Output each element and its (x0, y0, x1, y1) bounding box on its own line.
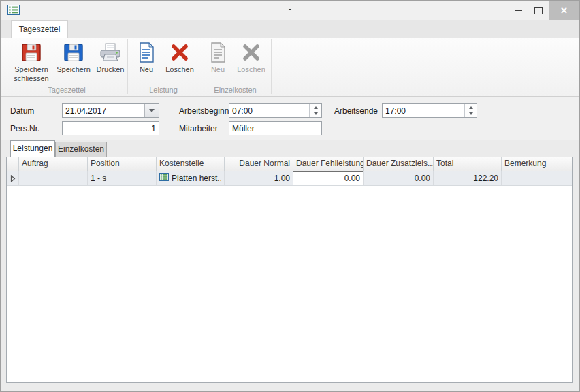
ribbon: Speichern schliessen Speichern (1, 38, 579, 97)
cell-kostenstelle-text: Platten herst... (172, 172, 221, 185)
arbeitsende-label: Arbeitsende (334, 106, 378, 116)
button-label: Löschen (237, 65, 265, 74)
new-document-icon (135, 42, 157, 63)
spin-down-button[interactable] (465, 111, 477, 118)
maximize-icon (534, 7, 543, 14)
arrow-down-icon (469, 112, 473, 115)
button-label: Speichern schliessen (9, 65, 54, 83)
arbeitsende-input[interactable] (383, 104, 464, 117)
new-document-icon-disabled (207, 42, 229, 63)
column-header-dauer-zusatzleistung[interactable]: Dauer Zusatzleis... (364, 157, 434, 171)
ribbon-tab-tageszettel[interactable]: Tageszettel (11, 20, 68, 39)
button-label: Neu (140, 65, 153, 74)
einzelkosten-loeschen-button: Löschen (233, 42, 269, 74)
cell-dauer-normal[interactable]: 1.00 (225, 172, 293, 185)
button-label: Drucken (97, 65, 125, 74)
button-label: Löschen (165, 65, 194, 74)
cell-dauer-fehlleistung[interactable]: 0.00 (293, 172, 364, 185)
ribbon-tabstrip: Tageszettel (1, 20, 579, 39)
drucken-button[interactable]: Drucken (93, 42, 127, 83)
mitarbeiter-label: Mitarbeiter (179, 124, 218, 133)
window-title: - (289, 3, 291, 14)
leistung-loeschen-button[interactable]: Löschen (162, 42, 197, 74)
cell-kostenstelle[interactable]: Platten herst... (157, 172, 225, 185)
cell-position[interactable]: 1 - s (88, 172, 157, 185)
leistungen-grid: Auftrag Position Kostenstelle Dauer Norm… (6, 157, 573, 383)
maximize-button[interactable] (528, 1, 549, 20)
chevron-down-icon (149, 109, 155, 112)
ribbon-group-einzelkosten: Neu Löschen Einzelkosten (199, 38, 271, 97)
leistung-neu-button[interactable]: Neu (131, 42, 162, 74)
app-table-grid-icon (7, 5, 20, 15)
spin-down-button[interactable] (310, 111, 321, 118)
arbeitsbeginn-spinbox (229, 103, 322, 118)
datum-label: Datum (10, 106, 34, 116)
arbeitsende-spinner (464, 104, 477, 117)
form-area: Datum Pers.Nr. Arbeitsbeginn Mitarbeiter… (1, 97, 579, 140)
column-header-total[interactable]: Total (434, 157, 502, 171)
arrow-up-icon (314, 106, 318, 109)
mitarbeiter-input[interactable] (229, 122, 321, 135)
column-header-position[interactable]: Position (88, 157, 157, 171)
ribbon-group-leistung: Neu Löschen Leistung (128, 38, 199, 97)
delete-x-icon (169, 42, 191, 63)
row-selector-header (7, 157, 19, 171)
spin-up-button[interactable] (310, 104, 321, 111)
button-label: Neu (211, 65, 225, 74)
cell-bemerkung[interactable] (502, 172, 572, 185)
column-header-dauer-normal[interactable]: Dauer Normal (225, 157, 293, 171)
spin-up-button[interactable] (465, 104, 477, 111)
row-selector-cell[interactable] (7, 172, 19, 185)
row-current-arrow-icon (10, 175, 16, 182)
ribbon-separator (271, 39, 272, 94)
column-header-dauer-fehlleistung[interactable]: Dauer Fehlleistung (293, 157, 364, 171)
column-header-auftrag[interactable]: Auftrag (19, 157, 88, 171)
mitarbeiter-fieldbox (229, 121, 322, 135)
table-row[interactable]: 1 - s Platten herst... 1.00 0.00 0.00 12… (7, 172, 572, 186)
arbeitsbeginn-input[interactable] (229, 104, 309, 117)
speichern-schliessen-button[interactable]: Speichern schliessen (9, 42, 54, 83)
close-icon: ✕ (560, 6, 568, 15)
window-controls: ✕ (508, 1, 579, 20)
close-button[interactable]: ✕ (549, 1, 579, 20)
minimize-button[interactable] (508, 1, 528, 20)
app-window: - ✕ Tageszettel (0, 0, 580, 392)
pers-nr-input[interactable] (63, 122, 159, 135)
table-grid-icon (159, 172, 169, 185)
arrow-down-icon (314, 112, 318, 115)
tab-leistungen[interactable]: Leistungen (10, 140, 55, 157)
printer-icon (99, 42, 121, 63)
grid-header-row: Auftrag Position Kostenstelle Dauer Norm… (7, 157, 572, 172)
titlebar: - ✕ (1, 1, 579, 20)
datum-dropdown-button[interactable] (144, 104, 159, 117)
speichern-button[interactable]: Speichern (54, 42, 93, 83)
cell-dauer-zusatzleistung[interactable]: 0.00 (364, 172, 434, 185)
button-label: Speichern (57, 65, 91, 74)
arrow-up-icon (469, 106, 473, 109)
pers-nr-fieldbox (62, 121, 159, 135)
ribbon-group-label: Einzelkosten (199, 86, 271, 94)
datum-combobox (62, 103, 159, 118)
cell-total[interactable]: 122.20 (434, 172, 502, 185)
ribbon-group-label: Leistung (128, 86, 199, 94)
column-header-bemerkung[interactable]: Bemerkung (502, 157, 572, 171)
column-header-kostenstelle[interactable]: Kostenstelle (157, 157, 225, 171)
einzelkosten-neu-button: Neu (202, 42, 233, 74)
delete-x-icon-disabled (240, 42, 262, 63)
ribbon-group-label: Tageszettel (6, 86, 127, 94)
arbeitsbeginn-spinner (309, 104, 321, 117)
ribbon-group-tageszettel: Speichern schliessen Speichern (6, 38, 127, 97)
tab-einzelkosten[interactable]: Einzelkosten (55, 142, 107, 157)
pers-nr-label: Pers.Nr. (10, 124, 39, 133)
minimize-icon (515, 10, 522, 11)
cell-auftrag[interactable] (19, 172, 88, 185)
datum-input[interactable] (63, 104, 144, 117)
arbeitsbeginn-label: Arbeitsbeginn (179, 106, 229, 116)
save-floppy-blue-icon (63, 42, 84, 63)
save-close-floppy-red-icon (20, 42, 42, 63)
arbeitsende-spinbox (382, 103, 477, 118)
